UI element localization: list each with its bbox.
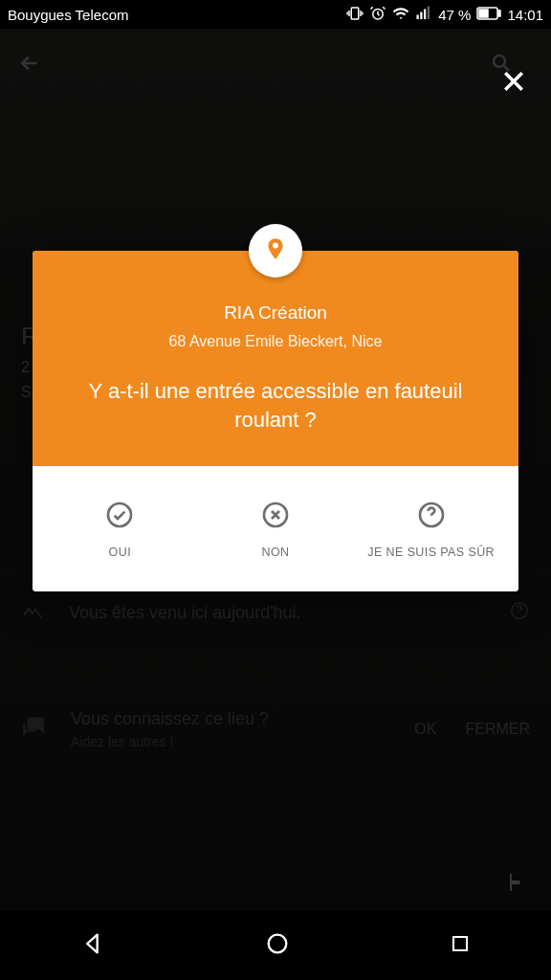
svg-rect-4: [424, 9, 426, 19]
signal-icon: [415, 5, 432, 25]
android-navbar: [0, 911, 551, 980]
svg-rect-0: [352, 8, 360, 19]
clock-label: 14:01: [507, 7, 543, 23]
answer-no-label: NON: [204, 545, 348, 561]
nav-back-button[interactable]: [79, 930, 106, 961]
answer-yes-label: OUI: [48, 545, 192, 561]
svg-point-11: [108, 503, 131, 526]
accessibility-question: Y a-t-il une entrée accessible en fauteu…: [59, 377, 492, 434]
place-name: RIA Création: [59, 302, 492, 323]
answer-yes-button[interactable]: OUI: [42, 495, 198, 565]
svg-rect-15: [453, 937, 467, 950]
check-circle-icon: [103, 499, 136, 531]
map-pin-icon: [263, 236, 288, 265]
svg-rect-3: [421, 11, 423, 19]
alarm-icon: [369, 5, 386, 25]
close-icon[interactable]: [499, 67, 528, 100]
answer-unsure-button[interactable]: JE NE SUIS PAS SÛR: [353, 495, 509, 565]
carrier-label: Bouygues Telecom: [8, 7, 346, 23]
place-address: 68 Avenue Emile Bieckert, Nice: [59, 333, 492, 350]
question-modal: RIA Création 68 Avenue Emile Bieckert, N…: [33, 251, 518, 591]
svg-point-14: [269, 935, 287, 953]
svg-rect-2: [417, 14, 419, 19]
answer-unsure-label: JE NE SUIS PAS SÛR: [359, 545, 503, 561]
battery-pct: 47 %: [438, 7, 471, 23]
answer-no-button[interactable]: NON: [198, 495, 354, 565]
vibrate-icon: [346, 5, 364, 25]
x-circle-icon: [259, 499, 292, 531]
nav-home-button[interactable]: [264, 930, 291, 961]
wifi-icon: [392, 5, 409, 25]
svg-rect-5: [428, 6, 430, 19]
battery-icon: [476, 7, 501, 23]
question-circle-icon: [415, 499, 448, 531]
svg-rect-8: [479, 10, 488, 17]
status-bar: Bouygues Telecom 47 % 14:01: [0, 0, 551, 29]
nav-recent-button[interactable]: [449, 932, 472, 959]
svg-rect-7: [498, 11, 500, 16]
place-pin-badge: [249, 224, 302, 278]
